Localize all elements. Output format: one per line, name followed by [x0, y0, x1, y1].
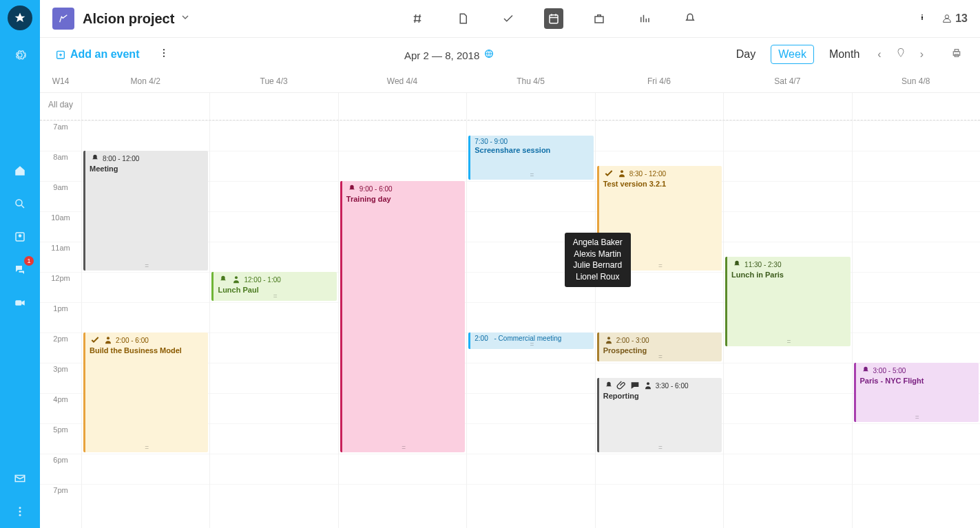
event-title: Meeting	[90, 165, 204, 173]
day-header[interactable]: Wed 4/4	[338, 71, 466, 92]
day-header[interactable]: Thu 4/5	[466, 71, 594, 92]
bell-icon	[346, 183, 357, 194]
calendar-grid[interactable]: 7am8am9am10am11am12pm1pm2pm3pm4pm5pm6pm7…	[40, 120, 980, 528]
day-column[interactable]: 12:00 - 1:00Lunch Paul=	[209, 120, 337, 528]
topbar-right: 13	[917, 12, 968, 25]
next-icon[interactable]: ›	[917, 48, 926, 61]
day-header[interactable]: Tue 4/3	[209, 71, 337, 92]
check-icon	[603, 168, 614, 179]
bell-icon[interactable]	[680, 8, 700, 29]
chart-icon[interactable]	[635, 8, 654, 29]
tooltip-line: Julie Bernard	[573, 260, 623, 271]
calendar-event[interactable]: 3:00 - 5:00Paris - NYC Flight=	[854, 363, 979, 422]
allday-cell[interactable]	[852, 93, 980, 120]
allday-cell[interactable]	[595, 93, 723, 120]
svg-point-25	[647, 382, 649, 385]
day-header[interactable]: Sat 4/7	[723, 71, 851, 92]
bell-icon	[90, 153, 101, 164]
print-icon[interactable]	[948, 47, 965, 61]
chat-icon	[629, 380, 640, 391]
prev-icon[interactable]: ‹	[875, 48, 884, 61]
calendar-event[interactable]: 3:30 - 6:00Reporting=	[597, 378, 722, 452]
info-icon[interactable]	[917, 12, 928, 25]
app-logo-icon[interactable]	[8, 6, 32, 30]
event-title: Lunch in Paris	[731, 271, 846, 279]
svg-rect-9	[595, 17, 603, 23]
users-count[interactable]: 13	[941, 12, 968, 25]
calendar-event[interactable]: 8:00 - 12:00Meeting=	[83, 151, 208, 271]
home-icon[interactable]	[8, 158, 32, 183]
contacts-icon[interactable]	[8, 224, 32, 249]
view-week-button[interactable]: Week	[771, 45, 814, 64]
event-time: 2:00 - 3:00	[616, 337, 649, 344]
globe-icon[interactable]	[483, 48, 494, 59]
bell-icon	[218, 274, 229, 285]
briefcase-icon[interactable]	[590, 8, 609, 29]
event-time: 2:00 - 6:00	[116, 337, 149, 344]
hour-label: 7am	[40, 120, 81, 151]
event-time: 8:30 - 12:00	[629, 170, 666, 178]
calendar-icon[interactable]	[544, 8, 563, 29]
svg-point-2	[19, 234, 22, 237]
calendar-event[interactable]: 12:00 - 1:00Lunch Paul=	[211, 272, 336, 301]
day-column[interactable]: 8:00 - 12:00Meeting=2:00 - 6:00Build the…	[81, 120, 209, 528]
hour-label: 10am	[40, 211, 81, 242]
calendar-event[interactable]: 2:00 - 3:00Prospecting=	[597, 332, 722, 361]
file-icon[interactable]	[453, 8, 472, 29]
day-column[interactable]: 11:30 - 2:30Lunch in Paris=	[723, 120, 851, 528]
event-title: Build the Business Model	[90, 346, 204, 355]
search-icon[interactable]	[8, 191, 32, 216]
gear-icon[interactable]	[8, 43, 32, 67]
mail-icon[interactable]	[8, 466, 32, 491]
more-vertical-icon[interactable]	[158, 47, 169, 61]
chevron-down-icon[interactable]	[180, 12, 191, 25]
user-icon	[616, 168, 627, 179]
view-modes	[191, 8, 917, 29]
add-event-button[interactable]: Add an event	[55, 48, 139, 61]
allday-cell[interactable]	[338, 93, 466, 120]
day-header[interactable]: Fri 4/6	[595, 71, 723, 92]
hour-label: 11am	[40, 242, 81, 272]
svg-point-24	[607, 337, 610, 339]
user-icon	[103, 335, 114, 346]
svg-point-21	[107, 337, 110, 339]
svg-rect-8	[550, 15, 558, 23]
calendar-event[interactable]: 7:30 - 9:00Screenshare session=	[468, 136, 593, 180]
event-time: 11:30 - 2:30	[744, 261, 781, 268]
day-header[interactable]: Sun 4/8	[852, 71, 980, 92]
allday-cell[interactable]	[466, 93, 594, 120]
allday-cell[interactable]	[81, 93, 209, 120]
check-icon	[90, 335, 101, 346]
calendar-event[interactable]: 11:30 - 2:30Lunch in Paris=	[725, 257, 850, 346]
view-month-button[interactable]: Month	[822, 45, 866, 63]
allday-cell[interactable]	[723, 93, 851, 120]
svg-point-15	[163, 52, 165, 54]
clip-icon	[616, 380, 627, 391]
add-event-label: Add an event	[70, 48, 139, 61]
project-avatar-icon[interactable]	[52, 8, 74, 30]
day-column[interactable]: 8:30 - 12:00Test version 3.2.1=2:00 - 3:…	[595, 120, 723, 528]
user-icon	[603, 335, 614, 346]
day-header[interactable]: Mon 4/2	[81, 71, 209, 92]
check-icon[interactable]	[499, 8, 518, 29]
day-column[interactable]: 7:30 - 9:00Screenshare session=2:00 - Co…	[466, 120, 594, 528]
project-name[interactable]: Alcion project	[83, 11, 174, 27]
calendar-event[interactable]: 2:00 - Commercial meeting=	[468, 332, 593, 349]
left-sidebar: 1	[0, 0, 40, 528]
event-title: Paris - NYC Flight	[860, 377, 974, 385]
calendar-event[interactable]: 2:00 - 6:00Build the Business Model=	[83, 332, 208, 452]
hour-label: 4pm	[40, 393, 81, 423]
hour-label: 1pm	[40, 302, 81, 332]
svg-point-23	[621, 170, 623, 173]
pin-icon[interactable]	[893, 47, 909, 61]
video-icon[interactable]	[8, 291, 32, 315]
chat-icon[interactable]: 1	[8, 257, 32, 282]
day-column[interactable]: 9:00 - 6:00Training day=	[338, 120, 466, 528]
view-day-button[interactable]: Day	[729, 45, 762, 63]
calendar-event[interactable]: 9:00 - 6:00Training day=	[340, 181, 465, 452]
hour-label: 2pm	[40, 332, 81, 363]
hash-icon[interactable]	[408, 8, 427, 29]
day-column[interactable]: 3:00 - 5:00Paris - NYC Flight=	[852, 120, 980, 528]
allday-cell[interactable]	[209, 93, 337, 120]
more-vertical-icon[interactable]	[8, 499, 32, 524]
